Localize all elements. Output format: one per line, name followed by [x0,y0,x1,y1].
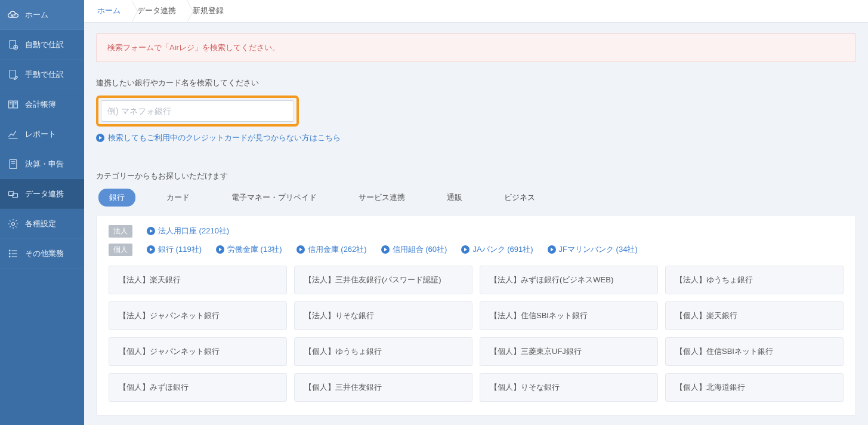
book-icon [7,98,19,110]
sidebar-label: 会計帳簿 [25,99,56,110]
card-item[interactable]: 【個人】みずほ銀行 [109,373,287,402]
card-item[interactable]: 【法人】住信SBIネット銀行 [480,301,658,330]
card-item[interactable]: 【法人】りそな銀行 [294,301,472,330]
sidebar-label: データ連携 [25,189,64,199]
search-highlight-frame [96,96,299,127]
card-item[interactable]: 【法人】ジャパンネット銀行 [109,301,287,330]
card-item[interactable]: 【個人】北海道銀行 [665,373,844,402]
doc-pen-icon [7,69,19,81]
svg-point-7 [12,222,15,225]
link-jf[interactable]: JFマリンバンク (34社) [548,244,638,255]
sidebar-item-other[interactable]: その他業務 [0,239,84,269]
sidebar-item-settings[interactable]: 各種設定 [0,209,84,239]
card-item[interactable]: 【法人】ゆうちょ銀行 [665,266,844,294]
svg-point-9 [9,253,10,254]
sidebar-item-manual-journal[interactable]: 手動で仕訳 [0,60,84,90]
play-bullet-icon [216,245,224,254]
sidebar-item-data-link[interactable]: データ連携 [0,179,84,209]
tab-service[interactable]: サービス連携 [348,189,416,207]
alert-message: 検索フォームで「Airレジ」を検索してください。 [96,33,856,62]
breadcrumb-datalink[interactable]: データ連携 [131,0,187,22]
tablet-icon [7,158,19,170]
link-shinkin[interactable]: 信用金庫 (262社) [296,244,367,255]
doc-plus-icon [7,39,19,51]
svg-point-10 [9,256,10,257]
corporate-row: 法人 法人用口座 (2210社) [109,225,844,238]
search-label: 連携したい銀行やカード名を検索してください [96,78,856,88]
card-item[interactable]: 【個人】住信SBIネット銀行 [665,337,844,366]
card-item[interactable]: 【個人】三菱東京UFJ銀行 [480,337,658,366]
card-item[interactable]: 【個人】ゆうちょ銀行 [294,337,472,366]
sidebar-item-ledger[interactable]: 会計帳簿 [0,90,84,119]
svg-rect-4 [10,159,17,168]
link-shinkumi[interactable]: 信用組合 (60社) [381,244,447,255]
sidebar-item-closing[interactable]: 決算・申告 [0,149,84,179]
tab-business[interactable]: ビジネス [493,189,546,207]
breadcrumb-home[interactable]: ホーム [91,0,131,22]
sidebar-label: レポート [25,129,56,140]
search-help-link[interactable]: 検索してもご利用中のクレジットカードが見つからない方はこちら [96,133,856,143]
sidebar-label: 決算・申告 [25,159,64,170]
sidebar-item-home[interactable]: MF ホーム [0,0,84,30]
main: ホーム データ連携 新規登録 検索フォームで「Airレジ」を検索してください。 … [84,0,868,425]
content: 検索フォームで「Airレジ」を検索してください。 連携したい銀行やカード名を検索… [84,23,868,425]
tab-card[interactable]: カード [156,189,200,207]
link-roukin[interactable]: 労働金庫 (13社) [216,244,282,255]
sidebar-item-report[interactable]: レポート [0,119,84,149]
help-link-text: 検索してもご利用中のクレジットカードが見つからない方はこちら [108,133,341,143]
badge-corporate: 法人 [109,225,132,238]
card-item[interactable]: 【個人】りそな銀行 [480,373,658,402]
tab-ec[interactable]: 通販 [436,189,473,207]
svg-point-8 [9,250,10,251]
sidebar-label: その他業務 [25,248,64,259]
sidebar-label: 手動で仕訳 [25,69,64,80]
category-label: カテゴリーからもお探しいただけます [96,171,856,181]
cloud-mf-icon: MF [7,9,19,21]
tab-emoney[interactable]: 電子マネー・プリペイド [221,189,328,207]
card-item[interactable]: 【個人】楽天銀行 [665,301,844,330]
play-bullet-icon [147,227,155,235]
link-ja[interactable]: JAバンク (691社) [461,244,533,255]
breadcrumb: ホーム データ連携 新規登録 [84,0,868,23]
play-bullet-icon [461,245,469,254]
list-icon [7,248,19,260]
category-tabs: 銀行 カード 電子マネー・プリペイド サービス連携 通販 ビジネス [96,189,856,207]
play-bullet-icon [381,245,390,254]
individual-row: 個人 銀行 (119社) 労働金庫 (13社) 信用金庫 (262社) 信用組合… [109,244,844,256]
sidebar-item-auto-journal[interactable]: 自動で仕訳 [0,30,84,60]
panel: 法人 法人用口座 (2210社) 個人 銀行 (119社) 労働金庫 (13社)… [96,215,856,415]
sidebar-label: 各種設定 [25,218,56,229]
tab-bank[interactable]: 銀行 [98,189,135,207]
play-bullet-icon [296,245,305,254]
sidebar-label: ホーム [25,10,48,20]
search-input[interactable] [101,100,294,122]
breadcrumb-new: 新規登録 [187,0,234,22]
link-bank[interactable]: 銀行 (119社) [147,244,202,255]
svg-text:MF: MF [11,14,16,17]
sidebar-label: 自動で仕訳 [25,39,64,50]
card-grid: 【法人】楽天銀行 【法人】三井住友銀行(パスワード認証) 【法人】みずほ銀行(ビ… [109,266,844,402]
gear-icon [7,218,19,230]
play-bullet-icon [147,245,155,254]
play-bullet-icon [96,134,104,142]
card-item[interactable]: 【法人】みずほ銀行(ビジネスWEB) [480,266,658,294]
card-item[interactable]: 【個人】三井住友銀行 [294,373,472,402]
link-corp-account[interactable]: 法人用口座 (2210社) [147,226,229,236]
card-item[interactable]: 【法人】楽天銀行 [109,266,287,294]
chart-icon [7,128,19,140]
svg-rect-3 [10,70,16,78]
sidebar: MF ホーム 自動で仕訳 手動で仕訳 会計帳簿 レポート 決算・申告 [0,0,84,425]
play-bullet-icon [548,245,556,254]
card-item[interactable]: 【個人】ジャパンネット銀行 [109,337,287,366]
card-item[interactable]: 【法人】三井住友銀行(パスワード認証) [294,266,472,294]
badge-individual: 個人 [109,244,132,256]
link-icon [7,188,19,200]
